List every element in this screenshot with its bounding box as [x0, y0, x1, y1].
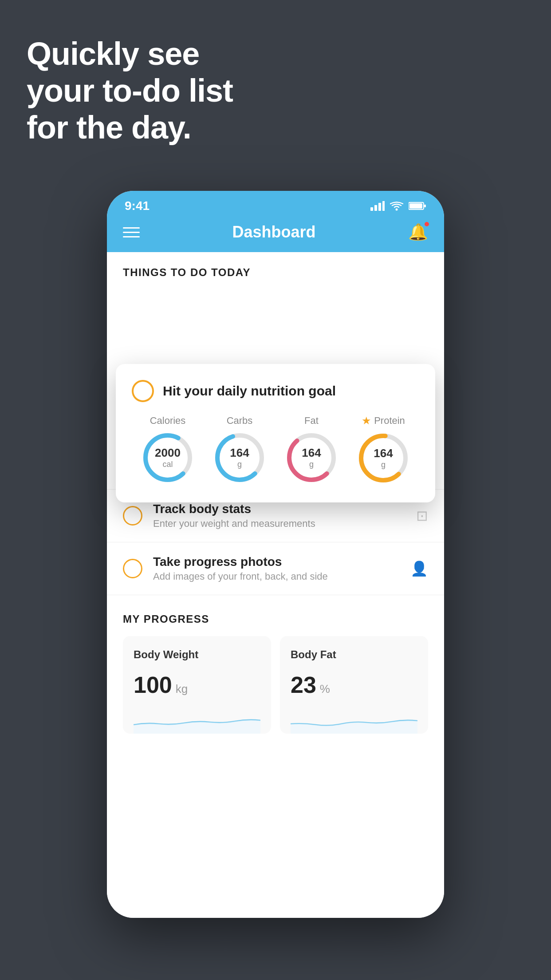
hero-line1: Quickly see — [27, 36, 233, 72]
card-title-row: Hit your daily nutrition goal — [132, 380, 419, 402]
status-time: 9:41 — [125, 199, 150, 213]
body-weight-value-row: 100 kg — [134, 672, 260, 698]
wifi-icon — [390, 201, 403, 211]
body-weight-number: 100 — [134, 672, 172, 698]
calories-circle: 2000 cal — [141, 431, 194, 484]
todo-checkbox-body-stats[interactable] — [123, 506, 142, 526]
nutrition-calories: Calories 2000 cal — [141, 415, 194, 484]
fat-unit: g — [302, 460, 321, 469]
carbs-label: Carbs — [227, 415, 253, 427]
progress-title: MY PROGRESS — [123, 613, 428, 625]
fat-value: 164 — [302, 446, 321, 460]
phone-frame: 9:41 — [107, 191, 444, 918]
protein-unit: g — [374, 460, 393, 470]
carbs-circle: 164 g — [213, 431, 266, 484]
notification-bell[interactable]: 🔔 — [408, 223, 428, 241]
progress-cards: Body Weight 100 kg Body Fat 23 % — [123, 636, 428, 734]
body-fat-unit: % — [320, 682, 330, 696]
notification-dot — [424, 221, 430, 227]
svg-rect-1 — [374, 205, 377, 211]
svg-point-4 — [396, 209, 398, 211]
protein-label: ★ Protein — [362, 415, 405, 427]
todo-checkbox-photos[interactable] — [123, 559, 142, 578]
hero-line2: your to-do list — [27, 72, 233, 109]
protein-circle: 164 g — [357, 431, 410, 485]
fat-circle: 164 g — [285, 431, 338, 484]
svg-rect-3 — [382, 201, 385, 211]
body-fat-chart — [291, 707, 417, 734]
hamburger-menu[interactable] — [123, 227, 140, 237]
body-weight-title: Body Weight — [134, 648, 260, 661]
calories-unit: cal — [155, 460, 181, 469]
hero-line3: for the day. — [27, 109, 233, 146]
floating-nutrition-card: Hit your daily nutrition goal Calories 2… — [116, 364, 435, 502]
svg-rect-2 — [378, 203, 381, 211]
things-to-do-header: THINGS TO DO TODAY — [107, 252, 444, 286]
svg-rect-6 — [424, 205, 426, 207]
status-icons — [370, 201, 426, 211]
nav-bar: Dashboard 🔔 — [107, 217, 444, 252]
body-fat-title: Body Fat — [291, 648, 417, 661]
status-bar: 9:41 — [107, 191, 444, 217]
nav-title: Dashboard — [232, 223, 315, 241]
todo-title-photos: Take progress photos — [153, 555, 400, 569]
progress-section: MY PROGRESS Body Weight 100 kg Body Fat — [107, 595, 444, 750]
calories-label: Calories — [150, 415, 186, 427]
scale-icon: ⊡ — [416, 507, 428, 524]
fat-label: Fat — [304, 415, 319, 427]
nutrition-carbs: Carbs 164 g — [213, 415, 266, 484]
todo-sub-photos: Add images of your front, back, and side — [153, 571, 400, 582]
body-weight-chart — [134, 707, 260, 734]
progress-card-body-weight[interactable]: Body Weight 100 kg — [123, 636, 271, 734]
body-fat-value-row: 23 % — [291, 672, 417, 698]
calories-value: 2000 — [155, 446, 181, 460]
body-fat-number: 23 — [291, 672, 316, 698]
protein-value: 164 — [374, 447, 393, 460]
signal-icon — [370, 201, 385, 211]
nutrition-row: Calories 2000 cal Carbs — [132, 415, 419, 485]
svg-rect-7 — [409, 203, 422, 209]
todo-title-body-stats: Track body stats — [153, 502, 405, 516]
nutrition-fat: Fat 164 g — [285, 415, 338, 484]
hero-text: Quickly see your to-do list for the day. — [27, 36, 233, 146]
star-icon: ★ — [362, 415, 371, 427]
carbs-unit: g — [230, 460, 249, 469]
carbs-value: 164 — [230, 446, 249, 460]
nutrition-protein: ★ Protein 164 g — [357, 415, 410, 485]
battery-icon — [409, 201, 426, 211]
body-weight-unit: kg — [176, 682, 188, 696]
photo-icon: 👤 — [410, 560, 428, 577]
todo-item-photos[interactable]: Take progress photos Add images of your … — [107, 542, 444, 595]
todo-sub-body-stats: Enter your weight and measurements — [153, 518, 405, 530]
card-title: Hit your daily nutrition goal — [163, 383, 336, 399]
content-area: THINGS TO DO TODAY Running Track your st… — [107, 252, 444, 918]
svg-rect-0 — [370, 207, 373, 211]
card-circle-check — [132, 380, 154, 402]
progress-card-body-fat[interactable]: Body Fat 23 % — [280, 636, 428, 734]
